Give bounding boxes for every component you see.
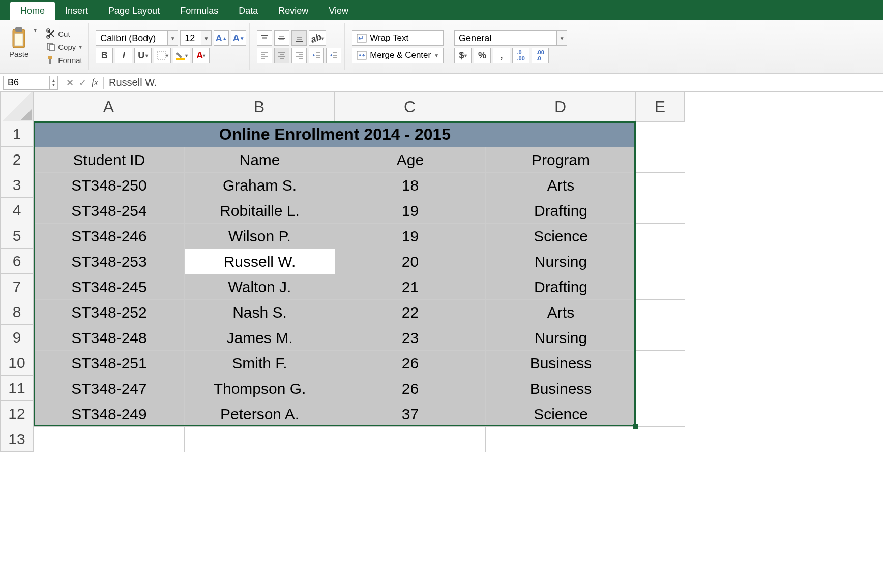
- cell-E2[interactable]: [636, 147, 685, 173]
- cell-B7[interactable]: Walton J.: [185, 274, 335, 300]
- cell-C8[interactable]: 22: [335, 300, 486, 325]
- row-header-4[interactable]: 4: [0, 198, 34, 223]
- cell-B13[interactable]: [185, 427, 335, 452]
- row-header-6[interactable]: 6: [0, 249, 34, 274]
- row-header-2[interactable]: 2: [0, 147, 34, 172]
- cell-D3[interactable]: Arts: [486, 173, 636, 198]
- cell-B5[interactable]: Wilson P.: [185, 224, 335, 249]
- cell-C12[interactable]: 37: [335, 401, 486, 427]
- cell-E6[interactable]: [636, 249, 685, 274]
- cell-E1[interactable]: [636, 122, 685, 147]
- cancel-icon[interactable]: ✕: [66, 77, 74, 88]
- increase-decimal-button[interactable]: .0.00: [512, 48, 529, 63]
- row-header-8[interactable]: 8: [0, 299, 34, 325]
- cell-D10[interactable]: Business: [486, 351, 636, 376]
- cell-C13[interactable]: [335, 427, 486, 452]
- row-header-5[interactable]: 5: [0, 223, 34, 249]
- column-header-B[interactable]: B: [184, 92, 335, 121]
- italic-button[interactable]: I: [115, 48, 132, 63]
- cell-E5[interactable]: [636, 224, 685, 249]
- column-header-E[interactable]: E: [636, 92, 685, 121]
- font-size-combo[interactable]: ▼: [180, 30, 212, 46]
- tab-insert[interactable]: Insert: [55, 2, 98, 20]
- column-header-A[interactable]: A: [34, 92, 184, 121]
- tab-home[interactable]: Home: [10, 2, 55, 20]
- enter-icon[interactable]: ✓: [79, 77, 86, 88]
- cell-E7[interactable]: [636, 274, 685, 300]
- borders-button[interactable]: ▾: [154, 48, 171, 63]
- row-header-11[interactable]: 11: [0, 376, 34, 401]
- cell-A12[interactable]: ST348-249: [34, 401, 185, 427]
- cell-B11[interactable]: Thompson G.: [185, 376, 335, 401]
- cell-E13[interactable]: [636, 427, 685, 452]
- copy-button[interactable]: Copy▼: [44, 41, 85, 53]
- column-label-program[interactable]: Program: [486, 147, 636, 173]
- bold-button[interactable]: B: [96, 48, 113, 63]
- cut-button[interactable]: Cut: [44, 27, 85, 40]
- align-middle-button[interactable]: [274, 30, 289, 46]
- column-label-name[interactable]: Name: [185, 147, 335, 173]
- align-top-button[interactable]: [257, 30, 272, 46]
- align-bottom-button[interactable]: [291, 30, 307, 46]
- column-label-age[interactable]: Age: [335, 147, 486, 173]
- cell-E8[interactable]: [636, 300, 685, 325]
- row-header-1[interactable]: 1: [0, 121, 34, 147]
- cell-D13[interactable]: [486, 427, 636, 452]
- select-all-corner[interactable]: [0, 92, 34, 121]
- cell-B9[interactable]: James M.: [185, 325, 335, 351]
- cell-E12[interactable]: [636, 401, 685, 427]
- currency-button[interactable]: $▾: [454, 48, 472, 63]
- tab-formulas[interactable]: Formulas: [170, 2, 228, 20]
- cell-D12[interactable]: Science: [486, 401, 636, 427]
- name-box[interactable]: ▲▼: [3, 76, 58, 90]
- cell-D7[interactable]: Drafting: [486, 274, 636, 300]
- cell-C10[interactable]: 26: [335, 351, 486, 376]
- cell-D9[interactable]: Nursing: [486, 325, 636, 351]
- cell-D11[interactable]: Business: [486, 376, 636, 401]
- cell-C9[interactable]: 23: [335, 325, 486, 351]
- percent-button[interactable]: %: [474, 48, 491, 63]
- cell-A11[interactable]: ST348-247: [34, 376, 185, 401]
- cell-A7[interactable]: ST348-245: [34, 274, 185, 300]
- cell-A8[interactable]: ST348-252: [34, 300, 185, 325]
- cell-A3[interactable]: ST348-250: [34, 173, 185, 198]
- cell-B4[interactable]: Robitaille L.: [185, 198, 335, 224]
- align-left-button[interactable]: [257, 48, 272, 63]
- row-header-10[interactable]: 10: [0, 350, 34, 376]
- cell-A10[interactable]: ST348-251: [34, 351, 185, 376]
- cell-B6[interactable]: Russell W.: [185, 249, 335, 274]
- row-header-13[interactable]: 13: [0, 426, 34, 452]
- cell-B10[interactable]: Smith F.: [185, 351, 335, 376]
- cell-A6[interactable]: ST348-253: [34, 249, 185, 274]
- cell-B8[interactable]: Nash S.: [185, 300, 335, 325]
- increase-indent-button[interactable]: [326, 48, 341, 63]
- tab-view[interactable]: View: [318, 2, 359, 20]
- namebox-spinner[interactable]: ▲▼: [49, 76, 57, 89]
- decrease-decimal-button[interactable]: .00.0: [532, 48, 549, 63]
- comma-style-button[interactable]: ,: [493, 48, 510, 63]
- cell-C5[interactable]: 19: [335, 224, 486, 249]
- row-header-12[interactable]: 12: [0, 401, 34, 426]
- cell-A9[interactable]: ST348-248: [34, 325, 185, 351]
- cell-B3[interactable]: Graham S.: [185, 173, 335, 198]
- formula-input[interactable]: Russell W.: [104, 77, 883, 88]
- align-center-button[interactable]: [274, 48, 289, 63]
- paste-dropdown[interactable]: ▼: [33, 27, 38, 66]
- row-header-7[interactable]: 7: [0, 274, 34, 299]
- tab-data[interactable]: Data: [228, 2, 268, 20]
- cell-A4[interactable]: ST348-254: [34, 198, 185, 224]
- font-name-combo[interactable]: ▼: [96, 30, 178, 46]
- cell-E9[interactable]: [636, 325, 685, 351]
- align-right-button[interactable]: [291, 48, 307, 63]
- fill-color-button[interactable]: ▾: [173, 48, 190, 63]
- decrease-indent-button[interactable]: [309, 48, 324, 63]
- tab-page-layout[interactable]: Page Layout: [98, 2, 170, 20]
- format-painter-button[interactable]: Format: [44, 54, 85, 66]
- cell-C4[interactable]: 19: [335, 198, 486, 224]
- cell-D5[interactable]: Science: [486, 224, 636, 249]
- cell-C3[interactable]: 18: [335, 173, 486, 198]
- column-header-C[interactable]: C: [335, 92, 485, 121]
- fx-icon[interactable]: fx: [92, 77, 98, 88]
- cell-E3[interactable]: [636, 173, 685, 198]
- cell-D4[interactable]: Drafting: [486, 198, 636, 224]
